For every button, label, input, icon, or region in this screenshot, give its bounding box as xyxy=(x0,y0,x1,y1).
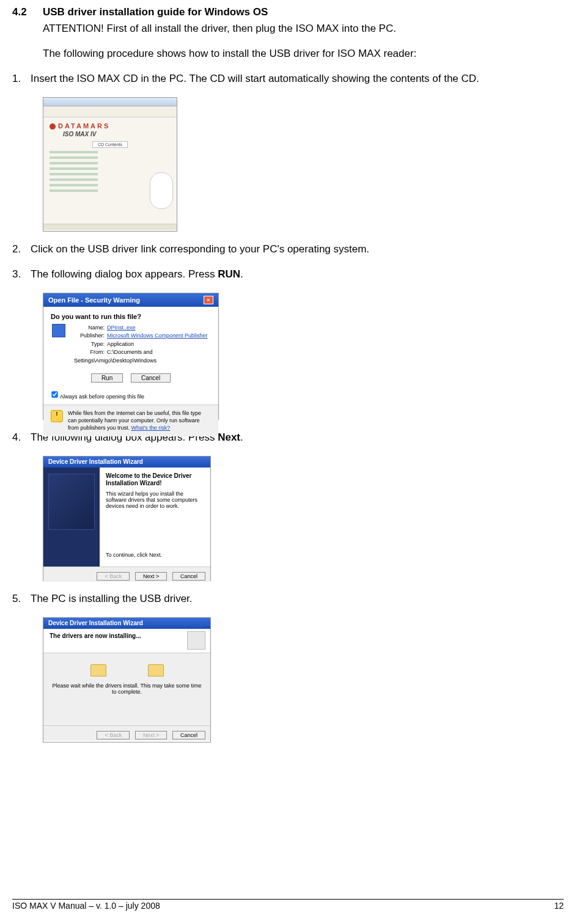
step-text: The PC is installing the USB driver. xyxy=(31,592,564,606)
cd-contents-button[interactable]: CD Contents xyxy=(92,141,128,148)
section-title: USB driver installation guide for Window… xyxy=(43,6,268,18)
installing-heading: The drivers are now installing... xyxy=(50,632,141,639)
type-value: Application xyxy=(107,341,134,347)
figure-1-cd-browser: DATAMARS ISO MAX IV CD Contents xyxy=(43,97,564,232)
whats-the-risk-link[interactable]: What's the risk? xyxy=(131,425,171,431)
close-icon[interactable]: × xyxy=(204,296,213,304)
step-number: 1. xyxy=(12,72,31,86)
figure-2-security-warning: Open File - Security Warning× Do you wan… xyxy=(43,293,564,420)
step-5: 5. The PC is installing the USB driver. xyxy=(12,592,564,606)
header-icon xyxy=(187,631,205,650)
footer-page-number: 12 xyxy=(554,901,564,911)
folder-icon xyxy=(148,664,164,676)
step-1: 1. Insert the ISO MAX CD in the PC. The … xyxy=(12,72,564,86)
step-text: Insert the ISO MAX CD in the PC. The CD … xyxy=(31,72,564,86)
warning-icon: ! xyxy=(51,410,63,422)
section-number: 4.2 xyxy=(12,6,43,18)
section-heading: 4.2 USB driver installation guide for Wi… xyxy=(12,6,564,18)
brand-text: ATAMARS xyxy=(65,122,110,130)
wizard-description: This wizard helps you install the softwa… xyxy=(106,491,204,509)
brand-subtitle: ISO MAX IV xyxy=(63,131,171,138)
footer-left: ISO MAX V Manual – v. 1.0 – july 2008 xyxy=(12,901,160,911)
intro-attention: ATTENTION! First of all install the driv… xyxy=(43,22,564,36)
please-wait-text: Please wait while the drivers install. T… xyxy=(52,683,202,695)
back-button: < Back xyxy=(97,731,130,739)
run-button[interactable]: Run xyxy=(91,373,123,383)
dialog-title: Device Driver Installation Wizard xyxy=(43,618,210,629)
wizard-side-graphic xyxy=(43,468,100,566)
cancel-button[interactable]: Cancel xyxy=(172,572,205,581)
always-ask-label: Always ask before opening this file xyxy=(60,394,144,400)
dialog-question: Do you want to run this file? xyxy=(43,307,218,324)
dialog-title: Open File - Security Warning xyxy=(48,296,140,304)
next-button: Next > xyxy=(135,731,167,739)
step-number: 2. xyxy=(12,243,31,257)
publisher-label: Publisher: xyxy=(74,332,105,340)
device-illustration xyxy=(150,172,173,209)
step-number: 4. xyxy=(12,431,31,445)
always-ask-checkbox[interactable] xyxy=(51,391,57,397)
back-button: < Back xyxy=(97,572,130,581)
dialog-title: Device Driver Installation Wizard xyxy=(43,457,210,468)
figure-4-wizard-installing: Device Driver Installation Wizard The dr… xyxy=(43,617,564,743)
cancel-button[interactable]: Cancel xyxy=(131,373,171,383)
step-2: 2. Click on the USB driver link correspo… xyxy=(12,243,564,257)
intro-procedure: The following procedure shows how to ins… xyxy=(43,47,564,61)
application-icon xyxy=(52,324,65,337)
step-number: 5. xyxy=(12,592,31,606)
name-label: Name: xyxy=(74,324,105,332)
wizard-heading: Welcome to the Device Driver Installatio… xyxy=(106,472,204,487)
figure-3-wizard-welcome: Device Driver Installation Wizard Welcom… xyxy=(43,456,564,581)
folder-icon xyxy=(90,664,106,676)
next-button[interactable]: Next > xyxy=(135,572,167,581)
cancel-button[interactable]: Cancel xyxy=(172,731,205,739)
page-footer: ISO MAX V Manual – v. 1.0 – july 2008 12 xyxy=(12,899,564,911)
from-label: From: xyxy=(74,348,105,357)
step-text: Click on the USB driver link correspondi… xyxy=(31,243,564,257)
name-value: DPInst..exe xyxy=(107,324,136,331)
step-3: 3. The following dialog box appears. Pre… xyxy=(12,268,564,282)
publisher-value: Microsoft Windows Component Publisher xyxy=(107,332,208,339)
wizard-continue-hint: To continue, click Next. xyxy=(106,552,204,558)
step-text: The following dialog box appears. Press … xyxy=(31,268,564,282)
type-label: Type: xyxy=(74,340,105,349)
step-number: 3. xyxy=(12,268,31,282)
